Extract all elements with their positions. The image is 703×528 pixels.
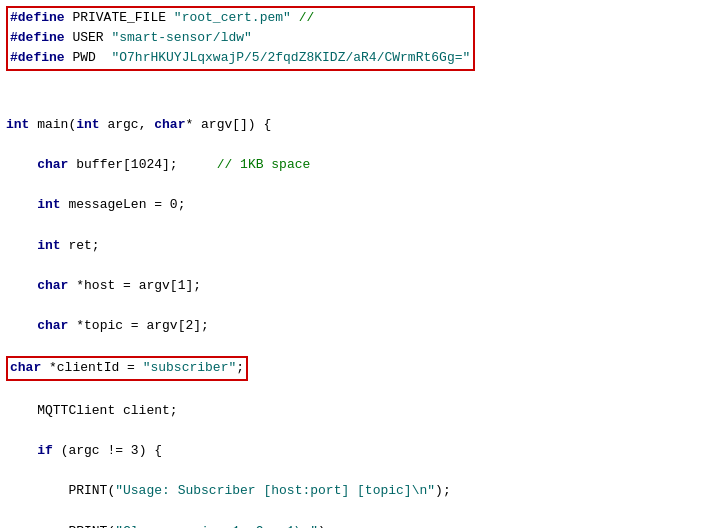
str-val3: "O7hrHKUYJLqxwajP/5/2fqdZ8KIDZ/aR4/CWrmR… xyxy=(111,50,470,65)
line-host: char *host = argv[1]; xyxy=(6,276,697,296)
line-if-argc: if (argc != 3) { xyxy=(6,441,697,461)
kw-define: #define xyxy=(10,10,65,25)
line-print-usage: PRINT("Usage: Subscriber [host:port] [to… xyxy=(6,481,697,501)
red-box-top: #define PRIVATE_FILE "root_cert.pem" // … xyxy=(6,6,475,71)
line-topic: char *topic = argv[2]; xyxy=(6,316,697,336)
define-line-1: #define PRIVATE_FILE "root_cert.pem" // xyxy=(10,8,470,28)
code-text3: PWD xyxy=(65,50,112,65)
str-val2: "smart-sensor/ldw" xyxy=(111,30,251,45)
line-msglen: int messageLen = 0; xyxy=(6,195,697,215)
code-text: PRIVATE_FILE xyxy=(65,10,174,25)
blank-line xyxy=(6,74,697,94)
str-val: "root_cert.pem" xyxy=(174,10,291,25)
kw-define3: #define xyxy=(10,50,65,65)
code-container: #define PRIVATE_FILE "root_cert.pem" // … xyxy=(0,0,703,528)
define-line-3: #define PWD "O7hrHKUYJLqxwajP/5/2fqdZ8KI… xyxy=(10,48,470,68)
code-text2: USER xyxy=(65,30,112,45)
define-line-2: #define USER "smart-sensor/ldw" xyxy=(10,28,470,48)
kw-define2: #define xyxy=(10,30,65,45)
line-main: int main(int argc, char* argv[]) { xyxy=(6,115,697,135)
line-mqttclient: MQTTClient client; xyxy=(6,401,697,421)
comment-text: // xyxy=(291,10,314,25)
code-lines: int main(int argc, char* argv[]) { char … xyxy=(6,95,697,528)
line-buffer: char buffer[1024]; // 1KB space xyxy=(6,155,697,175)
line-print-clean: PRINT("Clean session 1, Qos 1\n"); xyxy=(6,522,697,528)
line-clientid-wrapper: char *clientId = "subscriber"; xyxy=(6,356,248,380)
line-ret: int ret; xyxy=(6,236,697,256)
